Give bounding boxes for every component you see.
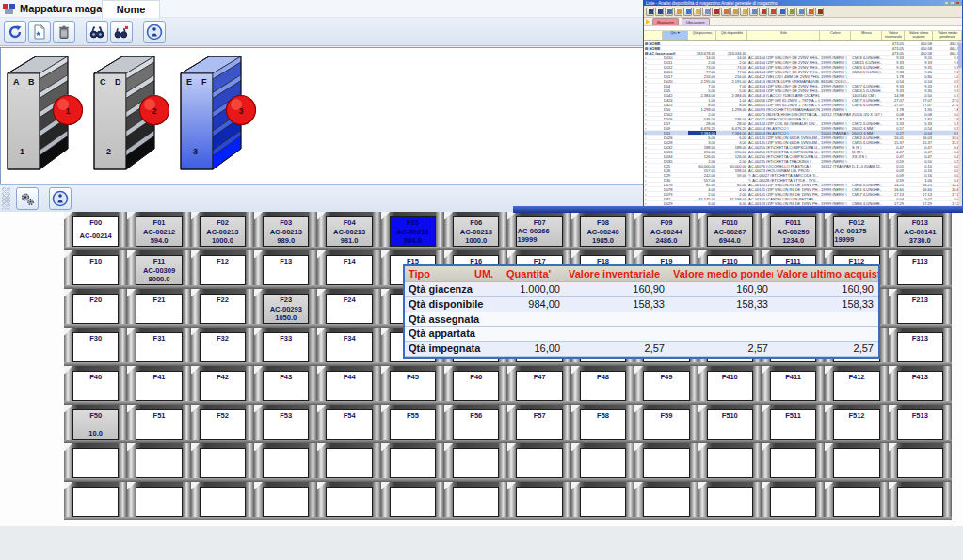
grid-cell-empty[interactable] (825, 443, 888, 482)
grid-cell-F32[interactable]: F32 (191, 328, 254, 366)
mini-toolbar-icon-16[interactable] (796, 8, 805, 16)
grid-cell-empty[interactable] (762, 482, 825, 520)
mini-toolbar-icon-5[interactable] (693, 8, 701, 16)
mini-col-header[interactable]: Colore (820, 31, 851, 40)
grid-cell-empty[interactable] (634, 482, 698, 520)
grid-cell-empty[interactable] (64, 443, 127, 482)
grid-cell-empty[interactable] (317, 482, 380, 520)
mini-col-header[interactable]: Valore inventariale (882, 31, 905, 40)
grid-cell-F23[interactable]: F23AC-002931050.0 (254, 289, 317, 328)
grid-cell-F113[interactable]: F113 (889, 250, 952, 289)
mini-toolbar-icon-2[interactable] (665, 8, 673, 16)
grid-cell-F46[interactable]: F46 (444, 366, 507, 405)
mini-col-header[interactable]: Qtà disponibile (716, 31, 747, 40)
grid-cell-F010[interactable]: F010AC-002676944.0 (698, 212, 762, 250)
grid-cell-empty[interactable] (571, 482, 634, 520)
mini-col-header[interactable]: Stile (747, 31, 820, 40)
grid-cell-F22[interactable]: F22 (191, 289, 254, 328)
grid-cell-F213[interactable]: F213 (889, 289, 952, 328)
grid-cell-F07[interactable]: F07AC-00266 19999870.0 (507, 212, 570, 250)
find-advanced-button[interactable] (110, 21, 133, 43)
grid-cell-empty[interactable] (317, 443, 380, 482)
warehouse-shelf-2[interactable]: C D 2 2 (92, 55, 171, 173)
legend-button[interactable] (143, 21, 166, 43)
grid-cell-F57[interactable]: F57 (507, 405, 570, 443)
legend-button-2[interactable] (49, 187, 72, 210)
refresh-button[interactable] (4, 21, 26, 43)
grid-cell-F510[interactable]: F510 (698, 405, 762, 443)
grid-cell-empty[interactable] (889, 482, 952, 520)
grid-cell-F45[interactable]: F45 (381, 366, 444, 405)
mini-col-header[interactable]: Misura (851, 31, 882, 40)
find-button[interactable] (86, 21, 108, 43)
toolbar-grip[interactable] (2, 187, 10, 210)
mini-col-header[interactable]: Qtà giacenza (688, 31, 716, 40)
grid-cell-F53[interactable]: F53 (254, 405, 317, 443)
grid-cell-F012[interactable]: F012AC-00175 1999956.0 (825, 212, 888, 250)
mini-col-header[interactable]: Valore medio ponderato (933, 31, 962, 40)
mini-toolbar-icon-4[interactable] (683, 8, 692, 16)
new-item-button[interactable] (28, 21, 51, 43)
grid-cell-F44[interactable]: F44 (317, 366, 380, 405)
mini-toolbar-icon-9[interactable] (730, 8, 739, 16)
grid-cell-F56[interactable]: F56 (444, 405, 507, 443)
grid-cell-F48[interactable]: F48 (571, 366, 634, 405)
grid-cell-F05[interactable]: F05AC-00213984.0 (381, 212, 444, 250)
grid-cell-empty[interactable] (634, 443, 698, 482)
grid-cell-empty[interactable] (254, 443, 317, 482)
grid-cell-F04[interactable]: F04AC-00213981.0 (317, 212, 380, 250)
grid-cell-F10[interactable]: F10 (64, 250, 127, 289)
mini-tab-0[interactable]: Magazzini (652, 18, 679, 25)
mini-minimize-button[interactable] (944, 1, 949, 5)
grid-cell-F54[interactable]: F54 (317, 405, 380, 443)
grid-cell-empty[interactable] (507, 443, 570, 482)
mini-close-button[interactable] (955, 1, 960, 5)
grid-cell-empty[interactable] (127, 482, 190, 520)
grid-cell-empty[interactable] (64, 482, 127, 520)
grid-cell-empty[interactable] (191, 482, 254, 520)
mini-toolbar-icon-0[interactable] (646, 8, 654, 16)
tab-nome[interactable]: Nome (102, 0, 160, 18)
grid-cell-F40[interactable]: F40 (64, 366, 127, 405)
grid-cell-F55[interactable]: F55 (381, 405, 444, 443)
grid-cell-F52[interactable]: F52 (191, 405, 254, 443)
settings-button[interactable] (16, 187, 39, 210)
mini-col-header[interactable] (644, 31, 663, 40)
mini-toolbar-icon-7[interactable] (712, 8, 720, 16)
grid-cell-F50[interactable]: F5010.0 (64, 405, 127, 443)
grid-cell-F412[interactable]: F412 (825, 366, 888, 405)
grid-cell-F313[interactable]: F313 (889, 328, 952, 366)
grid-cell-F34[interactable]: F34 (317, 328, 380, 366)
mini-maximize-button[interactable] (950, 1, 955, 5)
grid-cell-F49[interactable]: F49 (634, 366, 698, 405)
grid-cell-F513[interactable]: F513 (889, 405, 952, 443)
grid-cell-F13[interactable]: F13 (254, 250, 317, 289)
grid-cell-F11[interactable]: F11AC-003098000.0 (127, 250, 190, 289)
grid-cell-F411[interactable]: F411 (762, 366, 825, 405)
mini-toolbar-icon-1[interactable] (655, 8, 664, 16)
grid-cell-empty[interactable] (444, 482, 507, 520)
grid-cell-empty[interactable] (698, 443, 762, 482)
mini-col-header[interactable]: Valore ultimo acquisto (905, 31, 933, 40)
grid-cell-F00[interactable]: F00AC-00214 (64, 212, 127, 250)
grid-cell-empty[interactable] (444, 443, 507, 482)
grid-cell-empty[interactable] (571, 443, 634, 482)
mini-toolbar-icon-14[interactable] (778, 8, 786, 16)
grid-cell-F24[interactable]: F24 (317, 289, 380, 328)
grid-cell-empty[interactable] (889, 443, 952, 482)
grid-cell-empty[interactable] (254, 482, 317, 520)
grid-cell-F512[interactable]: F512 (825, 405, 888, 443)
warehouse-shelf-1[interactable]: A B 1 1 (6, 55, 85, 173)
grid-cell-empty[interactable] (762, 443, 825, 482)
grid-cell-F01[interactable]: F01AC-00212594.0 (127, 212, 190, 250)
mini-toolbar-icon-3[interactable] (674, 8, 682, 16)
mini-toolbar-icon-10[interactable] (740, 8, 748, 16)
grid-cell-F41[interactable]: F41 (127, 366, 190, 405)
grid-cell-F42[interactable]: F42 (191, 366, 254, 405)
grid-cell-F30[interactable]: F30 (64, 328, 127, 366)
mini-toolbar-icon-18[interactable] (815, 8, 824, 16)
grid-cell-F33[interactable]: F33 (254, 328, 317, 366)
grid-cell-F51[interactable]: F51 (127, 405, 190, 443)
grid-cell-F410[interactable]: F410 (698, 366, 762, 405)
mini-col-header[interactable]: Qta ▼ (663, 31, 688, 40)
